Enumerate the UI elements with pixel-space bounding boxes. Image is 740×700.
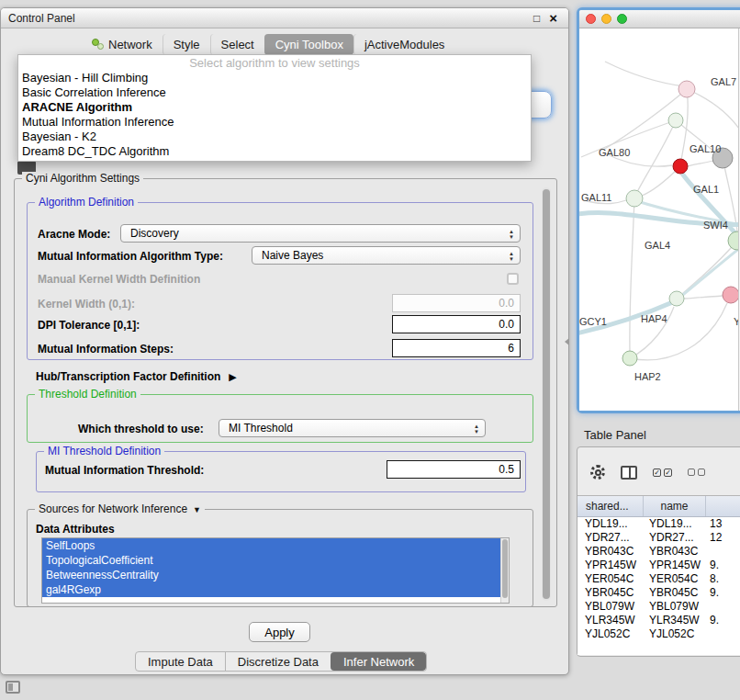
mi-algorithm-type-select[interactable]: Naive Bayes [252, 246, 521, 265]
float-window-icon[interactable]: □ [533, 13, 540, 24]
tab-label: Select [221, 38, 254, 51]
mi-threshold-input[interactable]: 0.5 [387, 460, 521, 479]
table-cell: YDL19... [577, 517, 644, 531]
network-node[interactable] [668, 113, 683, 128]
tab-network[interactable]: Network [82, 34, 163, 55]
kernel-width-input[interactable]: 0.0 [392, 294, 521, 312]
tab-label: Cyni Toolbox [275, 38, 343, 51]
table-column-header[interactable] [706, 496, 740, 516]
algorithm-option-dream8-dc-tdc-algorithm[interactable]: Dream8 DC_TDC Algorithm [18, 144, 531, 159]
network-graph[interactable]: GAL7GAL80GAL10GAL11GAL1SWI4GAL4GCY1HAP4H… [579, 28, 740, 411]
mi-threshold-label: Mutual Information Threshold: [45, 464, 204, 477]
close-icon[interactable]: × [549, 12, 557, 25]
manual-kernel-width-checkbox[interactable] [507, 273, 519, 285]
network-window-titlebar[interactable] [579, 10, 740, 28]
table-row[interactable]: YJL052CYJL052C [577, 627, 740, 641]
zoom-traffic-light[interactable] [617, 14, 627, 24]
table-row[interactable]: YDR27...YDR27...12 [577, 531, 740, 545]
table-cell: YBR043C [644, 545, 706, 559]
table-cell: 9. [706, 614, 740, 627]
data-attribute-item[interactable]: SelfLoops [42, 538, 500, 553]
table-cell: YBL079W [644, 600, 706, 614]
settings-scrollbar-thumb[interactable] [543, 189, 550, 599]
network-canvas[interactable]: GAL7GAL80GAL10GAL11GAL1SWI4GAL4GCY1HAP4H… [579, 28, 740, 411]
minimized-panel-icon[interactable] [6, 681, 20, 694]
mi-steps-input[interactable]: 6 [392, 339, 521, 357]
tab-style[interactable]: Style [163, 34, 210, 55]
select-all-checkboxes-icon[interactable] [653, 469, 672, 477]
popup-placeholder: Select algorithm to view settings [18, 55, 531, 71]
which-threshold-select[interactable]: MI Threshold [219, 419, 486, 437]
collapse-triangle-icon[interactable]: ▼ [193, 505, 201, 514]
list-scrollbar-thumb[interactable] [502, 539, 508, 598]
data-attribute-item[interactable]: BetweennessCentrality [42, 568, 500, 582]
bottom-tab-infer-network[interactable]: Infer Network [331, 652, 426, 671]
table-cell: 8. [706, 572, 740, 586]
table-cell: 13 [706, 517, 740, 531]
kernel-width-label: Kernel Width (0,1): [38, 298, 135, 310]
table-column-header[interactable]: shared... [577, 496, 644, 516]
list-scrollbar[interactable] [500, 538, 509, 603]
network-node[interactable] [669, 291, 684, 306]
hub-definition-expander[interactable]: Hub/Transcription Factor Definition ▶ [36, 370, 237, 383]
tab-cyni-toolbox[interactable]: Cyni Toolbox [264, 34, 353, 55]
close-traffic-light[interactable] [586, 14, 596, 24]
data-attribute-item[interactable]: TopologicalCoefficient [42, 553, 500, 568]
aracne-mode-select[interactable]: Discovery [120, 224, 521, 243]
table-cell: YER054C [577, 572, 644, 586]
which-threshold-label: Which threshold to use: [78, 423, 204, 435]
table-row[interactable]: YDL19...YDL19...13 [577, 517, 740, 531]
table-header-row: shared...name [577, 496, 740, 517]
settings-scrollbar[interactable] [542, 187, 551, 601]
apply-button[interactable]: Apply [249, 622, 310, 642]
network-node[interactable] [626, 190, 643, 207]
split-divider-arrow-icon[interactable] [565, 338, 569, 345]
table-row[interactable]: YPR145WYPR145W9. [577, 559, 740, 572]
algorithm-option-bayesian-k2[interactable]: Bayesian - K2 [18, 130, 531, 144]
algorithm-definition-title: Algorithm Definition [35, 196, 138, 209]
control-panel-titlebar[interactable]: Control Panel □ × [1, 8, 568, 28]
mi-steps-label: Mutual Information Steps: [38, 343, 174, 356]
data-attributes-label: Data Attributes [36, 523, 115, 536]
network-edge [605, 62, 684, 86]
bottom-tab-impute-data[interactable]: Impute Data [136, 652, 225, 671]
table-row[interactable]: YBR043CYBR043C [577, 545, 740, 559]
table-row[interactable]: YER054CYER054C8. [577, 572, 740, 586]
data-attribute-item[interactable]: gal4RGexp [42, 582, 500, 597]
tab-jactivemodules[interactable]: jActiveModules [353, 34, 454, 55]
table-column-header[interactable]: name [644, 496, 706, 516]
bottom-tab-discretize-data[interactable]: Discretize Data [225, 652, 331, 671]
table-cell: YLR345W [644, 614, 706, 627]
dpi-tolerance-input[interactable]: 0.0 [392, 315, 521, 333]
network-node[interactable] [673, 159, 688, 174]
network-edge [682, 241, 737, 294]
data-attributes-list[interactable]: SelfLoopsTopologicalCoefficientBetweenne… [41, 537, 510, 604]
gear-icon[interactable] [590, 465, 605, 480]
algorithm-option-aracne-algorithm[interactable]: ARACNE Algorithm [18, 100, 531, 115]
table-row[interactable]: YBL079WYBL079W [577, 600, 740, 614]
manual-kernel-width-label: Manual Kernel Width Definition [38, 273, 200, 286]
table-row[interactable]: YLR345WYLR345W9. [577, 614, 740, 627]
which-threshold-value: MI Threshold [229, 422, 293, 435]
table-cell: YDR27... [644, 531, 706, 545]
hub-definition-label: Hub/Transcription Factor Definition [36, 370, 220, 383]
table-cell: YPR145W [577, 559, 644, 572]
sources-group-title: Sources for Network Inference▼ [35, 502, 205, 517]
tab-label: Network [108, 38, 152, 51]
minimize-traffic-light[interactable] [601, 14, 611, 24]
algorithm-option-mutual-information-inference[interactable]: Mutual Information Inference [18, 115, 531, 130]
table-cell: YPR145W [644, 559, 706, 572]
deselect-checkboxes-icon[interactable] [688, 469, 705, 476]
algorithm-option-basic-correlation-inference[interactable]: Basic Correlation Inference [18, 85, 531, 100]
tab-select[interactable]: Select [210, 34, 264, 55]
table-cell: 9. [706, 586, 740, 600]
control-panel-window: Control Panel □ × NetworkStyleSelectCyni… [0, 7, 569, 675]
table-row[interactable]: YBR045CYBR045C9. [577, 586, 740, 600]
network-node[interactable] [678, 81, 695, 97]
columns-icon[interactable] [621, 466, 637, 480]
expand-triangle-icon[interactable]: ▶ [229, 371, 236, 382]
network-node[interactable] [723, 287, 739, 303]
algorithm-option-bayesian-hill-climbing[interactable]: Bayesian - Hill Climbing [18, 71, 531, 85]
network-node-label: GAL4 [645, 240, 670, 251]
network-node[interactable] [622, 351, 637, 366]
